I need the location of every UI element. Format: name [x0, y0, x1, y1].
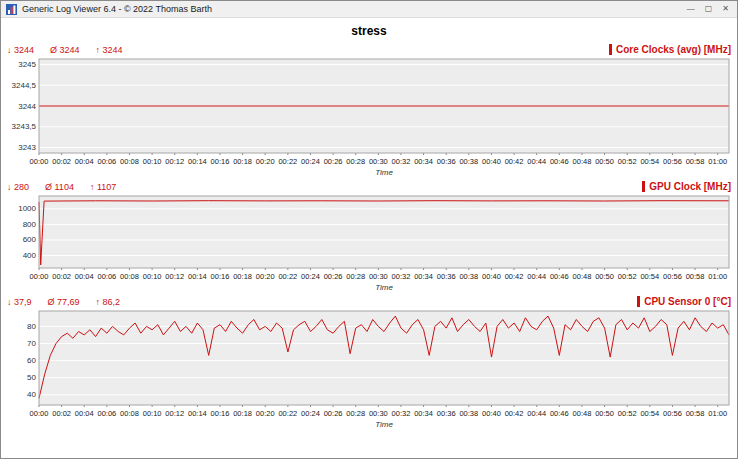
- svg-text:00:06: 00:06: [97, 409, 116, 418]
- minimize-button[interactable]: —: [687, 5, 695, 13]
- svg-text:01:00: 01:00: [708, 157, 727, 166]
- svg-text:00:36: 00:36: [437, 409, 456, 418]
- svg-text:00:24: 00:24: [301, 409, 320, 418]
- svg-text:00:40: 00:40: [482, 272, 501, 281]
- svg-text:00:12: 00:12: [165, 409, 184, 418]
- svg-text:00:48: 00:48: [573, 272, 592, 281]
- chart-title: CPU Sensor 0 [°C]: [644, 296, 731, 307]
- stat-max: ↑ 3244: [96, 45, 123, 55]
- svg-text:00:32: 00:32: [392, 157, 411, 166]
- chart-title-group: CPU Sensor 0 [°C]: [637, 296, 731, 307]
- svg-text:01:00: 01:00: [708, 272, 727, 281]
- maximize-button[interactable]: ▢: [705, 5, 713, 13]
- chart-plot-cpu-sensor: 405060708000:0000:0200:0400:0600:0800:10…: [5, 309, 733, 430]
- window-title: Generic Log Viewer 6.4 - © 2022 Thomas B…: [22, 4, 212, 14]
- svg-text:00:18: 00:18: [233, 409, 252, 418]
- svg-text:00:48: 00:48: [573, 157, 592, 166]
- page-title: stress: [1, 18, 737, 41]
- svg-text:00:38: 00:38: [459, 272, 478, 281]
- svg-text:00:16: 00:16: [211, 157, 230, 166]
- svg-text:00:32: 00:32: [392, 409, 411, 418]
- svg-text:00:26: 00:26: [324, 409, 343, 418]
- title-bar: Generic Log Viewer 6.4 - © 2022 Thomas B…: [1, 1, 737, 18]
- chart-title: GPU Clock [MHz]: [649, 181, 731, 192]
- svg-text:00:28: 00:28: [346, 409, 365, 418]
- svg-text:00:18: 00:18: [233, 272, 252, 281]
- chart-panel-cpu-sensor: ↓ 37,9 Ø 77,69 ↑ 86,2 CPU Sensor 0 [°C] …: [1, 293, 737, 430]
- svg-text:00:34: 00:34: [414, 157, 433, 166]
- svg-text:00:42: 00:42: [505, 409, 524, 418]
- chart-svg: 405060708000:0000:0200:0400:0600:0800:10…: [5, 309, 733, 430]
- svg-text:00:28: 00:28: [346, 157, 365, 166]
- svg-text:00:12: 00:12: [165, 157, 184, 166]
- svg-text:70: 70: [27, 339, 36, 348]
- svg-text:00:10: 00:10: [143, 272, 162, 281]
- svg-text:00:16: 00:16: [211, 272, 230, 281]
- stat-min: ↓ 280: [7, 182, 29, 192]
- chart-plot-core-clocks: 32433243,532443244,5324500:0000:0200:040…: [5, 57, 733, 178]
- svg-text:00:08: 00:08: [120, 409, 139, 418]
- svg-text:80: 80: [27, 322, 36, 331]
- svg-text:00:22: 00:22: [278, 157, 297, 166]
- svg-text:00:40: 00:40: [482, 157, 501, 166]
- stat-avg: Ø 3244: [50, 45, 80, 55]
- chart-panel-core-clocks: ↓ 3244 Ø 3244 ↑ 3244 Core Clocks (avg) […: [1, 41, 737, 178]
- svg-text:50: 50: [27, 373, 36, 382]
- svg-text:00:14: 00:14: [188, 409, 207, 418]
- chart-title-marker: [637, 296, 640, 307]
- svg-text:00:06: 00:06: [97, 157, 116, 166]
- svg-text:00:58: 00:58: [686, 157, 705, 166]
- svg-text:00:00: 00:00: [30, 409, 49, 418]
- chart-svg: 32433243,532443244,5324500:0000:0200:040…: [5, 57, 733, 178]
- chart-stats: ↓ 280 Ø 1104 ↑ 1107 GPU Clock [MHz]: [5, 179, 733, 194]
- svg-text:00:52: 00:52: [618, 157, 637, 166]
- svg-text:Time: Time: [375, 420, 393, 429]
- svg-text:00:52: 00:52: [618, 272, 637, 281]
- svg-text:00:10: 00:10: [143, 157, 162, 166]
- svg-text:600: 600: [23, 235, 37, 244]
- svg-text:00:50: 00:50: [595, 272, 614, 281]
- svg-text:00:00: 00:00: [30, 272, 49, 281]
- stat-avg: Ø 1104: [45, 182, 74, 192]
- chart-title: Core Clocks (avg) [MHz]: [616, 44, 731, 55]
- chart-title-marker: [642, 181, 645, 192]
- svg-text:00:04: 00:04: [75, 272, 94, 281]
- svg-text:00:44: 00:44: [527, 157, 546, 166]
- svg-text:00:24: 00:24: [301, 157, 320, 166]
- svg-text:00:30: 00:30: [369, 409, 388, 418]
- svg-text:00:54: 00:54: [640, 272, 659, 281]
- svg-text:00:44: 00:44: [527, 409, 546, 418]
- chart-title-group: Core Clocks (avg) [MHz]: [609, 44, 731, 55]
- svg-text:00:20: 00:20: [256, 409, 275, 418]
- stat-min: ↓ 3244: [7, 45, 34, 55]
- svg-text:01:00: 01:00: [708, 409, 727, 418]
- svg-text:800: 800: [23, 220, 37, 229]
- svg-text:00:26: 00:26: [324, 157, 343, 166]
- svg-text:00:24: 00:24: [301, 272, 320, 281]
- stat-max: ↑ 1107: [90, 182, 116, 192]
- svg-text:00:46: 00:46: [550, 409, 569, 418]
- chart-panel-gpu-clock: ↓ 280 Ø 1104 ↑ 1107 GPU Clock [MHz] 4006…: [1, 178, 737, 293]
- svg-text:00:36: 00:36: [437, 157, 456, 166]
- svg-text:00:30: 00:30: [369, 272, 388, 281]
- svg-text:00:20: 00:20: [256, 157, 275, 166]
- svg-text:00:28: 00:28: [346, 272, 365, 281]
- svg-text:00:26: 00:26: [324, 272, 343, 281]
- svg-text:00:50: 00:50: [595, 157, 614, 166]
- svg-text:00:08: 00:08: [120, 272, 139, 281]
- svg-text:00:34: 00:34: [414, 272, 433, 281]
- svg-text:00:38: 00:38: [459, 409, 478, 418]
- svg-text:00:44: 00:44: [527, 272, 546, 281]
- chart-plot-gpu-clock: 400600800100000:0000:0200:0400:0600:0800…: [5, 194, 733, 293]
- svg-text:00:56: 00:56: [663, 272, 682, 281]
- svg-text:00:48: 00:48: [573, 409, 592, 418]
- svg-text:00:02: 00:02: [52, 272, 71, 281]
- svg-text:00:10: 00:10: [143, 409, 162, 418]
- svg-text:00:12: 00:12: [165, 272, 184, 281]
- svg-text:00:16: 00:16: [211, 409, 230, 418]
- window-controls: — ▢ ✕: [687, 5, 732, 13]
- svg-text:00:02: 00:02: [52, 157, 71, 166]
- svg-text:00:20: 00:20: [256, 272, 275, 281]
- svg-text:00:00: 00:00: [30, 157, 49, 166]
- close-button[interactable]: ✕: [722, 5, 729, 13]
